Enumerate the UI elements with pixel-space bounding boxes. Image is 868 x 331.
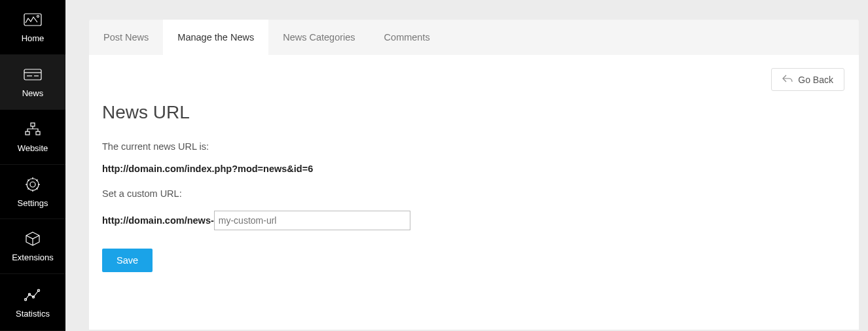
home-icon [23, 11, 43, 28]
sitemap-icon [23, 121, 43, 138]
tab-manage-news[interactable]: Manage the News [163, 20, 268, 55]
sidebar-item-label: Statistics [16, 309, 50, 319]
svg-rect-2 [24, 69, 41, 80]
reply-arrow-icon [782, 74, 793, 85]
sidebar-item-label: Home [22, 33, 45, 43]
current-url-label: The current news URL is: [102, 141, 843, 152]
url-prefix: http://domain.com/news- [102, 215, 214, 226]
tab-news-categories[interactable]: News Categories [268, 20, 369, 55]
current-url-value: http://domain.com/index.php?mod=news&id=… [102, 164, 843, 174]
save-button[interactable]: Save [102, 249, 153, 272]
sidebar-item-label: Website [18, 143, 48, 153]
sidebar-item-home[interactable]: Home [0, 0, 65, 55]
tab-label: News Categories [283, 32, 355, 43]
tab-comments[interactable]: Comments [370, 20, 444, 55]
tab-post-news[interactable]: Post News [89, 20, 163, 55]
go-back-label: Go Back [798, 75, 833, 85]
svg-rect-8 [36, 131, 40, 135]
set-url-label: Set a custom URL: [102, 188, 843, 199]
sidebar-item-news[interactable]: News [0, 55, 65, 110]
page-title: News URL [102, 102, 843, 123]
sidebar-item-settings[interactable]: Settings [0, 165, 65, 220]
sidebar-item-label: News [22, 88, 44, 98]
svg-rect-7 [26, 131, 29, 135]
stats-icon [23, 287, 43, 304]
sidebar-item-label: Settings [18, 198, 48, 208]
gear-icon [23, 176, 43, 193]
svg-point-9 [30, 182, 35, 187]
news-icon [23, 66, 43, 83]
save-label: Save [117, 255, 138, 266]
sidebar: Home News Website [0, 0, 65, 331]
sidebar-item-website[interactable]: Website [0, 110, 65, 165]
sidebar-item-statistics[interactable]: Statistics [0, 274, 65, 331]
tab-label: Manage the News [177, 32, 254, 43]
tabs: Post News Manage the News News Categorie… [89, 20, 859, 55]
cube-icon [23, 230, 43, 247]
tab-label: Post News [103, 32, 149, 43]
go-back-button[interactable]: Go Back [771, 68, 844, 91]
sidebar-item-label: Extensions [12, 253, 54, 262]
svg-point-1 [37, 15, 39, 17]
content-panel: Go Back News URL The current news URL is… [89, 55, 859, 330]
svg-rect-6 [31, 123, 35, 126]
sidebar-item-extensions[interactable]: Extensions [0, 219, 65, 274]
tab-label: Comments [384, 32, 430, 43]
main-area: Post News Manage the News News Categorie… [65, 0, 868, 331]
custom-url-row: http://domain.com/news- [102, 211, 843, 230]
custom-url-input[interactable] [214, 211, 410, 230]
